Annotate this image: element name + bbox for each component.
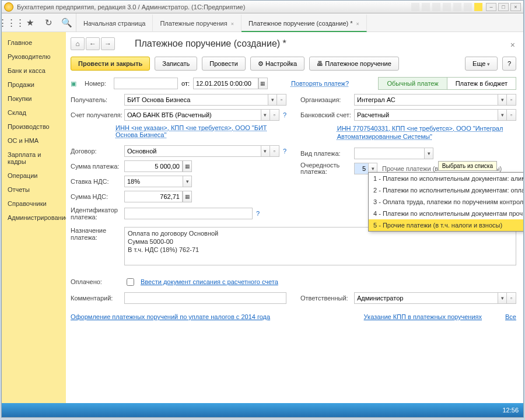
apps-icon[interactable]: ⋮⋮⋮ xyxy=(2,13,20,32)
sidebar-item-purchases[interactable]: Покупки xyxy=(2,92,66,106)
title-icon[interactable] xyxy=(453,3,461,11)
dropdown-option-2[interactable]: 2 - Платежи по исполнительным документам… xyxy=(369,184,523,196)
chevron-down-icon[interactable]: ▾ xyxy=(183,176,192,187)
help-button[interactable]: ? xyxy=(502,57,516,71)
paid-label: Оплачено: xyxy=(71,278,124,285)
dropdown-option-4[interactable]: 4 - Платежи по исполнительным документам… xyxy=(369,208,523,219)
main-content: × ⌂ ← → Платежное поручение (создание) *… xyxy=(66,32,523,417)
chevron-down-icon[interactable]: ▾ xyxy=(424,148,433,159)
minimize-button[interactable]: – xyxy=(486,3,496,11)
open-icon[interactable]: ▫ xyxy=(507,292,516,304)
dropdown-option-3[interactable]: 3 - Оплата труда, платежи по поручениям … xyxy=(369,196,523,208)
create-writeoff-link[interactable]: Ввести документ списания с расчетного сч… xyxy=(141,278,278,285)
budget-payment-tab[interactable]: Платеж в бюджет xyxy=(447,77,516,90)
sidebar-item-warehouse[interactable]: Склад xyxy=(2,106,66,120)
forward-button[interactable]: → xyxy=(101,37,115,50)
sidebar-item-assets[interactable]: ОС и НМА xyxy=(2,134,66,148)
amount-input[interactable]: 5 000,00 xyxy=(124,160,183,172)
responsible-input[interactable]: Администратор xyxy=(354,292,498,304)
title-icon[interactable] xyxy=(464,3,472,11)
recipient-label: Получатель: xyxy=(71,96,124,103)
chevron-down-icon[interactable]: ▾ xyxy=(498,292,507,304)
open-icon[interactable]: ▫ xyxy=(507,109,516,121)
calc-icon[interactable]: ▦ xyxy=(183,160,192,172)
purpose-textarea[interactable]: Оплата по договору Основной Сумма 5000-0… xyxy=(124,227,516,265)
bank-account-input[interactable]: Расчетный xyxy=(354,109,498,121)
sidebar-item-bank[interactable]: Банк и касса xyxy=(2,64,66,78)
tax-payment-link[interactable]: Оформление платежных поручений по уплате… xyxy=(71,313,270,320)
chevron-down-icon[interactable]: ▾ xyxy=(261,109,270,121)
more-button[interactable]: Еще xyxy=(465,57,498,71)
sidebar-item-manager[interactable]: Руководителю xyxy=(2,50,66,64)
payment-id-input[interactable] xyxy=(124,208,253,219)
org-details-link[interactable]: ИНН 7707540331, КПП <не требуется>, ООО … xyxy=(337,124,516,141)
page-close-button[interactable]: × xyxy=(510,40,515,50)
post-and-close-button[interactable]: Провести и закрыть xyxy=(71,57,150,71)
contract-input[interactable]: Основной xyxy=(124,145,261,157)
title-icon[interactable] xyxy=(422,3,430,11)
close-button[interactable]: × xyxy=(510,3,521,11)
home-icon[interactable]: ⌂ xyxy=(71,37,85,50)
calendar-icon[interactable]: ▦ xyxy=(258,78,268,89)
maximize-button[interactable]: □ xyxy=(498,3,509,11)
tab-payments[interactable]: Платежные поручения× xyxy=(153,15,241,32)
all-link[interactable]: Все xyxy=(505,313,516,320)
recipient-account-label: Счет получателя: xyxy=(71,111,124,118)
priority-input[interactable]: 5 xyxy=(354,163,368,174)
paid-checkbox[interactable] xyxy=(127,278,134,286)
kpp-link[interactable]: Указание КПП в платежных поручениях xyxy=(364,313,482,320)
recipient-account-input[interactable]: ОАО БАНК ВТБ (Расчетный) xyxy=(124,109,261,121)
open-icon[interactable]: ▫ xyxy=(270,109,279,121)
sidebar-item-main[interactable]: Главное xyxy=(2,36,66,50)
payment-type-input[interactable] xyxy=(354,148,424,159)
comment-label: Комментарий: xyxy=(71,295,124,302)
title-icon[interactable] xyxy=(411,3,419,11)
sidebar-item-production[interactable]: Производство xyxy=(2,120,66,134)
settings-button[interactable]: ⚙ Настройка xyxy=(250,57,304,71)
chevron-down-icon[interactable]: ▾ xyxy=(498,109,507,121)
open-icon[interactable]: ▫ xyxy=(507,94,516,106)
open-icon[interactable]: ▫ xyxy=(277,94,286,106)
sidebar-item-operations[interactable]: Операции xyxy=(2,169,66,183)
repeat-payment-link[interactable]: Повторять платеж? xyxy=(291,80,349,87)
history-icon[interactable]: ↻ xyxy=(39,13,58,32)
star-icon[interactable]: ★ xyxy=(20,13,39,32)
date-input[interactable]: 12.01.2015 0:00:00 xyxy=(193,78,258,89)
tab-payment-create[interactable]: Платежное поручение (создание) *× xyxy=(242,15,367,32)
sidebar-item-admin[interactable]: Администрирование xyxy=(2,211,66,225)
vat-sum-input[interactable]: 762,71 xyxy=(124,191,183,202)
title-icon[interactable] xyxy=(443,3,451,11)
dropdown-option-1[interactable]: 1 - Платежи по исполнительным документам… xyxy=(369,173,523,184)
sidebar-item-catalogs[interactable]: Справочники xyxy=(2,197,66,211)
chevron-down-icon[interactable]: ▾ xyxy=(498,94,507,106)
recipient-input[interactable]: БИТ Основа Бизнеса xyxy=(124,94,268,106)
dropdown-option-5[interactable]: 5 - Прочие платежи (в т.ч. налоги и взно… xyxy=(369,219,523,231)
sidebar-item-payroll[interactable]: Зарплата и кадры xyxy=(2,148,66,169)
close-icon[interactable]: × xyxy=(231,21,234,27)
save-button[interactable]: Записать xyxy=(155,57,197,71)
chevron-down-icon[interactable]: ▾ xyxy=(261,145,270,157)
title-icon[interactable] xyxy=(432,3,440,11)
org-input[interactable]: Интеграл АС xyxy=(354,94,498,106)
tab-home[interactable]: Начальная страница xyxy=(76,15,153,32)
calc-icon[interactable]: ▦ xyxy=(183,191,192,202)
sidebar-item-sales[interactable]: Продажи xyxy=(2,78,66,92)
open-icon[interactable]: ▫ xyxy=(270,145,279,157)
vat-rate-input[interactable]: 18% xyxy=(124,176,183,187)
normal-payment-tab[interactable]: Обычный платеж xyxy=(378,77,447,90)
comment-input[interactable] xyxy=(124,292,286,304)
sidebar-item-reports[interactable]: Отчеты xyxy=(2,183,66,197)
chevron-down-icon[interactable]: ▾ xyxy=(268,94,277,106)
back-button[interactable]: ← xyxy=(86,37,100,50)
help-icon[interactable]: ? xyxy=(283,148,286,155)
main-toolbar: ⋮⋮⋮ ★ ↻ 🔍 Начальная страница Платежные п… xyxy=(2,13,523,32)
search-icon[interactable]: 🔍 xyxy=(58,13,76,32)
print-button[interactable]: 🖶 Платежное поручение xyxy=(309,57,399,71)
help-icon[interactable]: ? xyxy=(256,210,260,217)
title-icon[interactable] xyxy=(474,3,482,11)
recipient-details-link[interactable]: ИНН <не указан>, КПП <не требуется>, ООО… xyxy=(116,124,286,138)
number-input[interactable] xyxy=(114,78,178,89)
post-button[interactable]: Провести xyxy=(202,57,246,71)
close-icon[interactable]: × xyxy=(356,21,359,27)
help-icon[interactable]: ? xyxy=(283,111,286,118)
